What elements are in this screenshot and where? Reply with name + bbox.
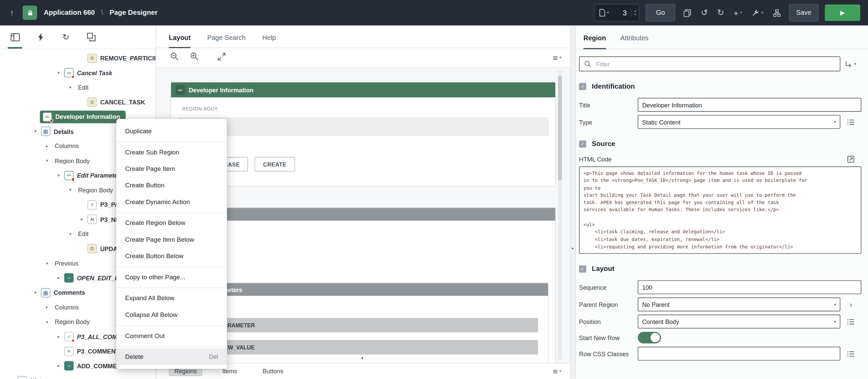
undo-icon[interactable]: ↺ xyxy=(699,8,710,18)
region-body-label: REGION BODY xyxy=(188,302,542,307)
menu-item-create-page-item-below[interactable]: Create Page Item Below xyxy=(116,231,227,248)
chevron-down-icon[interactable]: ▾ xyxy=(54,70,63,75)
chevron-down-icon[interactable]: ▾ xyxy=(66,188,74,193)
type-quickpick-icon[interactable] xyxy=(840,118,862,125)
type-select[interactable]: Static Content ▾ xyxy=(638,115,840,129)
panel-splitter[interactable]: ▸ xyxy=(570,26,576,379)
lock-icon[interactable] xyxy=(23,5,37,20)
chevron-right-icon[interactable]: ▸ xyxy=(54,334,63,339)
selected-tree-node[interactable]: </>Developer Information xyxy=(40,110,126,123)
region-header-selected[interactable]: </> Developer Information xyxy=(171,82,555,97)
chevron-down-icon[interactable]: ▾ xyxy=(43,319,52,324)
save-button[interactable]: Save xyxy=(789,4,818,22)
filter-input[interactable] xyxy=(595,60,835,68)
chevron-right-icon[interactable]: ▸ xyxy=(54,276,63,281)
up-arrow-icon[interactable]: ↑ xyxy=(10,8,14,17)
page-number-input[interactable] xyxy=(609,8,628,18)
shared-components-icon[interactable] xyxy=(771,9,783,17)
tab-page-search[interactable]: Page Search xyxy=(207,34,246,47)
tab-region[interactable]: Region xyxy=(583,34,606,49)
parent-region-select[interactable]: No Parent ▾ xyxy=(638,298,840,311)
chevron-down-icon[interactable]: ▾ xyxy=(8,378,17,379)
processing-tab-icon[interactable]: ↻ xyxy=(60,26,72,49)
canvas-scrollbar[interactable] xyxy=(558,70,562,360)
gallery-menu-icon[interactable]: ≡▾ xyxy=(553,366,561,376)
menu-item-create-sub-region[interactable]: Create Sub Region xyxy=(116,144,227,160)
menu-item-create-button[interactable]: Create Button xyxy=(116,177,227,193)
rendering-tab-icon[interactable] xyxy=(9,26,21,49)
start-new-row-toggle[interactable] xyxy=(638,332,661,343)
item-p3-parameter[interactable]: P3_PARAMETER xyxy=(206,318,538,332)
zoom-out-icon[interactable] xyxy=(170,52,179,63)
section-collapse-icon[interactable]: ✓ xyxy=(579,82,586,90)
page-selector[interactable]: ▾ ▴▾ xyxy=(594,4,640,22)
run-button[interactable]: ▶ xyxy=(825,4,860,21)
tree-item[interactable]: ▾▦History xyxy=(0,373,156,379)
create-menu-icon[interactable]: +▾ xyxy=(732,8,744,18)
menu-item-delete[interactable]: DeleteDel xyxy=(116,348,227,365)
tree-item[interactable]: ▾</>Cancel Task xyxy=(0,65,156,80)
page-spinner[interactable]: ▴▾ xyxy=(631,9,636,16)
expand-icon[interactable] xyxy=(217,53,226,63)
redo-icon[interactable]: ↻ xyxy=(715,8,726,18)
zoom-in-icon[interactable] xyxy=(190,52,198,63)
menu-item-copy-to-other-page[interactable]: Copy to other Page... xyxy=(116,269,227,285)
menu-item-collapse-all-below[interactable]: Collapse All Below xyxy=(116,307,227,323)
tree-item[interactable]: ▾Edit xyxy=(0,80,156,95)
search-icon xyxy=(584,61,591,67)
position-select[interactable]: Content Body ▾ xyxy=(638,315,840,328)
dynamic-actions-tab-icon[interactable] xyxy=(34,26,46,49)
page-copy-icon[interactable] xyxy=(682,9,693,17)
menu-item-create-button-below[interactable]: Create Button Below xyxy=(116,248,227,264)
row-css-quickpick-icon[interactable] xyxy=(840,350,862,357)
region-header[interactable]: ▦ Details xyxy=(171,208,555,220)
shared-components-tab-icon[interactable] xyxy=(85,26,97,49)
chevron-down-icon[interactable]: ▾ xyxy=(54,173,63,178)
menu-item-expand-all-below[interactable]: Expand All Below xyxy=(116,290,227,306)
chevron-down-icon[interactable]: ▾ xyxy=(66,232,74,237)
region-header[interactable]: </> Edit Parameters xyxy=(178,283,548,296)
menu-item-duplicate[interactable]: Duplicate xyxy=(116,123,227,139)
tab-attributes[interactable]: Attributes xyxy=(620,34,649,49)
menu-item-create-region-below[interactable]: Create Region Below xyxy=(116,214,227,231)
title-input[interactable] xyxy=(638,98,862,112)
gallery-tab-buttons[interactable]: Buttons xyxy=(257,366,289,376)
row-css-classes-input[interactable] xyxy=(638,347,840,360)
go-button[interactable]: Go xyxy=(646,4,676,22)
tab-layout[interactable]: Layout xyxy=(169,34,190,47)
region-edit-parameters[interactable]: </> Edit Parameters REGION BODY P3_PARAM… xyxy=(178,283,549,363)
menu-item-create-page-item[interactable]: Create Page Item xyxy=(116,161,227,177)
tree-item[interactable]: ⚙CANCEL_TASK xyxy=(0,95,156,110)
button-create[interactable]: CREATE xyxy=(255,157,295,172)
chevron-right-icon[interactable]: ▸ xyxy=(78,217,86,222)
chevron-down-icon[interactable]: ▾ xyxy=(43,159,52,164)
region-developer-information[interactable]: </> Developer Information REGION BODY RE… xyxy=(170,82,556,186)
tree-item[interactable]: ⚙REMOVE_PARTICIP xyxy=(0,51,156,66)
item-p3-new-value[interactable]: P3_NEW_VALUE xyxy=(206,340,538,354)
property-panel-menu-icon[interactable]: ▾ xyxy=(840,61,862,67)
region-details[interactable]: ▦ Details REGION BODY </> Edit Parameter… xyxy=(170,207,556,363)
utilities-menu-icon[interactable]: ▾ xyxy=(750,9,765,17)
section-collapse-icon[interactable]: ✓ xyxy=(579,140,586,147)
chevron-down-icon[interactable]: ▾ xyxy=(31,129,40,134)
parent-region-goto-icon[interactable]: › xyxy=(840,300,862,309)
breadcrumb-app[interactable]: Application 660 xyxy=(44,9,95,16)
collapse-handle-icon[interactable]: ▼ xyxy=(360,356,364,360)
breadcrumb-separator: \ xyxy=(101,9,103,16)
chevron-down-icon[interactable]: ▾ xyxy=(66,85,74,90)
sequence-input[interactable] xyxy=(638,280,862,294)
menu-item-comment-out[interactable]: Comment Out xyxy=(116,327,227,344)
layout-menu-icon[interactable]: ≡▾ xyxy=(553,53,561,62)
chevron-down-icon[interactable]: ▾ xyxy=(31,290,40,295)
menu-item-create-dynamic-action[interactable]: Create Dynamic Action xyxy=(116,194,227,210)
html-code-editor[interactable]: <p>This page shows detailed information … xyxy=(579,167,861,254)
chevron-right-icon[interactable]: ▸ xyxy=(43,144,52,149)
section-collapse-icon[interactable]: ✓ xyxy=(579,265,586,272)
chevron-right-icon[interactable]: ▸ xyxy=(43,305,52,310)
chevron-down-icon[interactable]: ▾ xyxy=(43,261,52,266)
code-editor-popout-icon[interactable] xyxy=(840,156,862,163)
chevron-right-icon[interactable]: ▸ xyxy=(54,364,63,369)
position-quickpick-icon[interactable] xyxy=(840,318,862,325)
tab-help[interactable]: Help xyxy=(262,34,276,47)
splitter-collapse-icon[interactable]: ▸ xyxy=(570,246,575,250)
